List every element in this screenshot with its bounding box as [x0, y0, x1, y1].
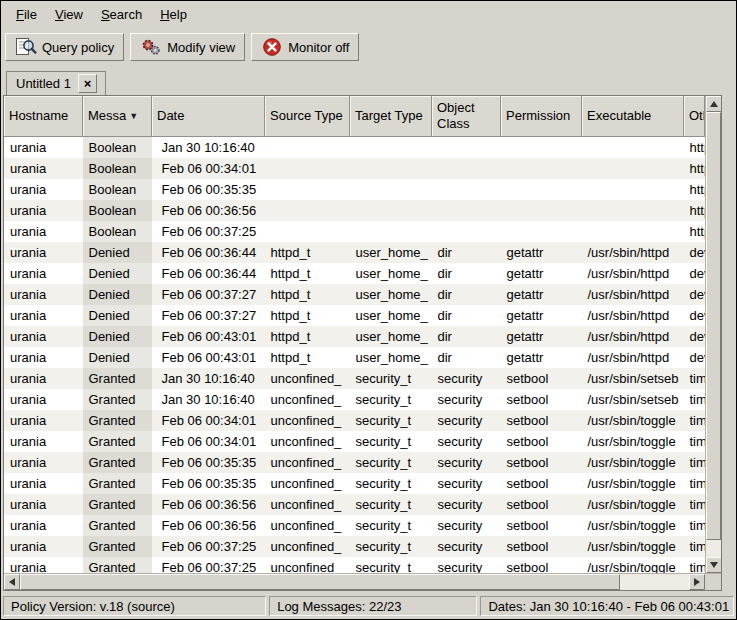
table-cell-message: Boolean [83, 136, 152, 158]
table-cell-date: Feb 06 00:35:35 [152, 179, 265, 200]
table-cell-hostname: urania [4, 179, 83, 200]
query-policy-button[interactable]: Query policy [5, 33, 124, 61]
table-row[interactable]: uraniaGrantedJan 30 10:16:40unconfined_s… [4, 368, 705, 389]
table-cell-date: Feb 06 00:37:27 [152, 284, 265, 305]
menu-help[interactable]: Help [151, 4, 196, 25]
table-cell-executable: /usr/sbin/toggle [582, 431, 684, 452]
column-header-target-type[interactable]: Target Type [350, 96, 432, 136]
table-cell-target-type: security_t [350, 494, 432, 515]
table-row[interactable]: uraniaGrantedFeb 06 00:37:25unconfined_s… [4, 557, 705, 574]
log-table-viewport: HostnameMessa▼DateSource TypeTarget Type… [4, 96, 705, 573]
table-row[interactable]: uraniaGrantedFeb 06 00:35:35unconfined_s… [4, 452, 705, 473]
modify-view-button[interactable]: Modify view [130, 33, 245, 61]
table-row[interactable]: uraniaGrantedFeb 06 00:36:56unconfined_s… [4, 515, 705, 536]
table-row[interactable]: uraniaGrantedFeb 06 00:36:56unconfined_s… [4, 494, 705, 515]
table-cell-message: Boolean [83, 158, 152, 179]
table-row[interactable]: uraniaGrantedJan 30 10:16:40unconfined_s… [4, 389, 705, 410]
table-cell-message: Boolean [83, 179, 152, 200]
menu-file[interactable]: File [7, 4, 46, 25]
table-cell-hostname: urania [4, 347, 83, 368]
table-cell-source-type: unconfined_ [265, 389, 350, 410]
table-row[interactable]: uraniaDeniedFeb 06 00:36:44httpd_tuser_h… [4, 242, 705, 263]
table-cell-other: timestamp=11076 [684, 557, 705, 574]
table-row[interactable]: uraniaDeniedFeb 06 00:37:27httpd_tuser_h… [4, 284, 705, 305]
column-header-label: Object Class [437, 100, 475, 131]
column-header-message[interactable]: Messa▼ [83, 96, 152, 136]
column-header-hostname[interactable]: Hostname [4, 96, 83, 136]
table-cell-message: Granted [83, 389, 152, 410]
menu-view[interactable]: View [46, 4, 92, 25]
table-cell-other: dev=hdb2 timesta [684, 284, 705, 305]
tab-close-button[interactable]: × [78, 74, 97, 93]
table-row[interactable]: uraniaBooleanFeb 06 00:36:56httpd_unifie… [4, 200, 705, 221]
table-cell-hostname: urania [4, 242, 83, 263]
log-messages-text: Log Messages: 22/23 [277, 599, 401, 614]
table-row[interactable]: uraniaBooleanFeb 06 00:34:01httpd_unifie… [4, 158, 705, 179]
table-cell-target-type: security_t [350, 452, 432, 473]
table-cell-object-class: security [432, 410, 501, 431]
horizontal-scroll-track[interactable] [620, 574, 689, 590]
table-cell-permission: setbool [501, 368, 582, 389]
table-row[interactable]: uraniaBooleanJan 30 10:16:40httpd_unifie… [4, 136, 705, 158]
column-header-label: Other [689, 108, 705, 123]
table-cell-other: httpd_unified:1, h [684, 179, 705, 200]
scroll-right-button[interactable] [689, 574, 705, 590]
column-header-label: Permission [506, 108, 570, 123]
table-cell-target-type: user_home_ [350, 284, 432, 305]
table-cell-object-class [432, 200, 501, 221]
column-header-label: Executable [587, 108, 651, 123]
arrow-left-icon [9, 578, 15, 586]
gears-icon [140, 37, 162, 57]
column-header-date[interactable]: Date [152, 96, 265, 136]
table-cell-message: Granted [83, 494, 152, 515]
column-header-label: Messa [88, 108, 126, 123]
table-cell-object-class: dir [432, 242, 501, 263]
table-cell-permission: setbool [501, 536, 582, 557]
column-header-executable[interactable]: Executable [582, 96, 684, 136]
horizontal-scroll-thumb[interactable] [20, 574, 620, 590]
vertical-scrollbar[interactable] [705, 96, 721, 573]
table-row[interactable]: uraniaBooleanFeb 06 00:35:35httpd_unifie… [4, 179, 705, 200]
horizontal-scrollbar[interactable] [4, 574, 705, 590]
sort-descending-icon[interactable]: ▼ [129, 111, 138, 121]
table-cell-target-type [350, 179, 432, 200]
table-row[interactable]: uraniaDeniedFeb 06 00:36:44httpd_tuser_h… [4, 263, 705, 284]
table-row[interactable]: uraniaDeniedFeb 06 00:37:27httpd_tuser_h… [4, 305, 705, 326]
table-cell-source-type [265, 158, 350, 179]
column-header-permission[interactable]: Permission [501, 96, 582, 136]
table-cell-object-class: security [432, 473, 501, 494]
table-cell-target-type [350, 221, 432, 242]
table-row[interactable]: uraniaBooleanFeb 06 00:37:25httpd_unifie… [4, 221, 705, 242]
table-cell-executable [582, 200, 684, 221]
table-cell-source-type: httpd_t [265, 284, 350, 305]
column-header-other[interactable]: Other [684, 96, 705, 136]
column-header-source-type[interactable]: Source Type [265, 96, 350, 136]
menu-search[interactable]: Search [92, 4, 151, 25]
table-cell-source-type [265, 221, 350, 242]
tab-untitled-1[interactable]: Untitled 1 × [6, 71, 106, 95]
table-cell-source-type: httpd_t [265, 242, 350, 263]
table-row[interactable]: uraniaDeniedFeb 06 00:43:01httpd_tuser_h… [4, 347, 705, 368]
scroll-left-button[interactable] [4, 574, 20, 590]
vertical-scroll-track[interactable] [706, 540, 721, 557]
table-cell-hostname: urania [4, 305, 83, 326]
magnifier-document-icon [15, 37, 37, 57]
table-cell-message: Granted [83, 452, 152, 473]
table-cell-message: Denied [83, 242, 152, 263]
table-row[interactable]: uraniaGrantedFeb 06 00:34:01unconfined_s… [4, 431, 705, 452]
table-cell-source-type [265, 200, 350, 221]
table-row[interactable]: uraniaDeniedFeb 06 00:43:01httpd_tuser_h… [4, 326, 705, 347]
column-header-object-class[interactable]: Object Class [432, 96, 501, 136]
monitor-off-label: Monitor off [288, 40, 349, 55]
scroll-up-button[interactable] [706, 96, 721, 112]
scroll-down-button[interactable] [706, 557, 721, 573]
monitor-off-button[interactable]: Monitor off [251, 33, 359, 61]
table-row[interactable]: uraniaGrantedFeb 06 00:37:25unconfined_s… [4, 536, 705, 557]
table-cell-date: Feb 06 00:36:56 [152, 494, 265, 515]
table-row[interactable]: uraniaGrantedFeb 06 00:34:01unconfined_s… [4, 410, 705, 431]
table-cell-permission [501, 221, 582, 242]
vertical-scroll-thumb[interactable] [706, 112, 721, 540]
query-policy-label: Query policy [42, 40, 114, 55]
table-row[interactable]: uraniaGrantedFeb 06 00:35:35unconfined_s… [4, 473, 705, 494]
table-cell-executable [582, 136, 684, 158]
